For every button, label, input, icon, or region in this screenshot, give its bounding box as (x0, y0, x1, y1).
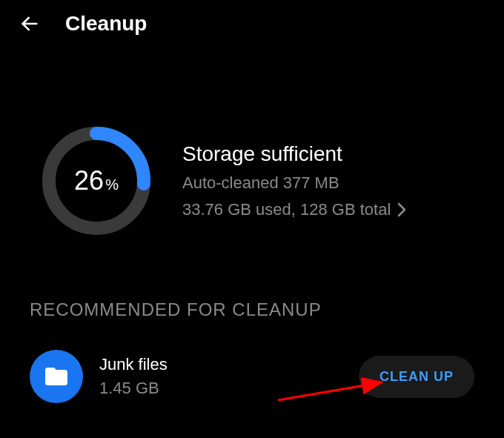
storage-info: Storage sufficient Auto-cleaned 377 MB 3… (182, 142, 407, 219)
storage-percent-value: 26 (74, 165, 104, 196)
chevron-right-icon (397, 202, 407, 218)
recommended-section-header: RECOMMENDED FOR CLEANUP (0, 270, 504, 335)
page-title: Cleanup (65, 12, 147, 36)
cleanup-button[interactable]: CLEAN UP (359, 356, 474, 398)
storage-summary: 26 % Storage sufficient Auto-cleaned 377… (0, 47, 504, 270)
storage-percent-label: 26 % (74, 165, 119, 196)
storage-usage-text: 33.76 GB used, 128 GB total (182, 200, 391, 219)
header: Cleanup (0, 0, 504, 47)
storage-status: Storage sufficient (182, 142, 407, 166)
folder-icon (30, 350, 83, 403)
back-icon[interactable] (18, 12, 42, 36)
storage-detail-row[interactable]: 33.76 GB used, 128 GB total (182, 200, 407, 219)
cleanup-item-junk-files: Junk files 1.45 GB CLEAN UP (0, 335, 504, 418)
cleanup-item-name: Junk files (99, 355, 342, 374)
cleanup-item-info: Junk files 1.45 GB (99, 355, 342, 398)
storage-auto-cleaned: Auto-cleaned 377 MB (182, 173, 407, 193)
storage-percent-sign: % (105, 176, 119, 193)
storage-donut-chart: 26 % (37, 122, 156, 240)
cleanup-item-size: 1.45 GB (99, 379, 342, 398)
